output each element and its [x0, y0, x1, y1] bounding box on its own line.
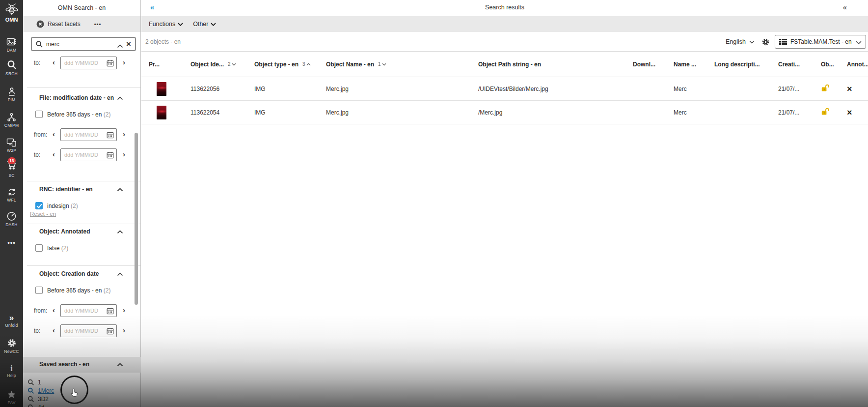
column-header-creation[interactable]: Creati...	[778, 61, 821, 68]
rail-item-label: Help	[0, 373, 23, 378]
saved-search-item-1merc[interactable]: 1Merc	[23, 387, 141, 395]
rail-help-button[interactable]: i Help	[0, 365, 23, 378]
rail-fav-button[interactable]: FAV	[0, 390, 23, 405]
table-view-select[interactable]: FSTable.MAM.Test - en	[775, 35, 866, 49]
date-next-icon[interactable]: ›	[123, 306, 125, 314]
asset-thumbnail[interactable]	[157, 106, 166, 119]
sidebar-item-w2p[interactable]: W2P	[0, 138, 23, 153]
annotation-x-icon[interactable]: ×	[847, 108, 852, 117]
facet-reset-link[interactable]: Reset - en	[30, 211, 56, 217]
rail-newcc-button[interactable]: NewCC	[0, 338, 23, 354]
date-prev-icon[interactable]: ‹	[53, 326, 55, 334]
column-header-long-description[interactable]: Long descripti...	[714, 61, 778, 68]
rail-unfold-button[interactable]: » Unfold	[0, 314, 23, 328]
saved-search-item[interactable]: 1	[23, 378, 141, 387]
date-input[interactable]	[64, 58, 105, 68]
facet-header-file-modification-date[interactable]: File: modification date - en	[23, 94, 141, 102]
calendar-icon[interactable]	[107, 131, 114, 139]
sidebar-item-srch[interactable]: SRCH	[0, 59, 23, 76]
calendar-icon[interactable]	[107, 59, 114, 67]
search-icon	[27, 404, 34, 407]
column-header-object-type[interactable]: Object type - en 3	[254, 61, 326, 68]
asset-thumbnail[interactable]	[157, 82, 166, 96]
functions-dropdown[interactable]: Functions	[149, 21, 183, 28]
chevron-up-icon[interactable]	[117, 188, 123, 192]
facet-scrollbar[interactable]	[135, 133, 138, 305]
app-window: OMN DAM SRCH PIM	[0, 0, 868, 407]
date-input[interactable]	[64, 305, 105, 316]
facet-option-row[interactable]: false (2)	[23, 244, 141, 252]
date-input[interactable]	[64, 149, 105, 160]
clear-search-icon[interactable]: ×	[126, 40, 131, 48]
column-header-object-path[interactable]: Object Path string - en	[478, 61, 633, 68]
checkbox-unchecked[interactable]	[35, 111, 43, 118]
sidebar-item-dam[interactable]: DAM	[0, 37, 23, 53]
date-prev-icon[interactable]: ‹	[53, 58, 55, 66]
calendar-icon[interactable]	[107, 327, 114, 335]
rail-logo[interactable]: OMN	[0, 3, 23, 23]
sidebar-item-dash[interactable]: DASH	[0, 211, 23, 227]
cell-object-path: /Merc.jpg	[478, 109, 633, 116]
unlocked-icon[interactable]	[821, 108, 830, 116]
facet-header-object-annotated[interactable]: Object: Annotated	[23, 228, 141, 236]
chevron-up-icon[interactable]	[117, 44, 123, 48]
saved-search-item[interactable]: 3D2	[23, 395, 141, 404]
date-next-icon[interactable]: ›	[123, 130, 125, 138]
collapse-panel-right-icon[interactable]: «	[843, 3, 847, 11]
facet-header-object-creation-date[interactable]: Object: Creation date	[23, 270, 141, 278]
date-next-icon[interactable]: ›	[123, 58, 125, 66]
settings-button[interactable]	[761, 38, 770, 46]
facet-more-menu[interactable]: •••	[94, 21, 102, 27]
date-prev-icon[interactable]: ‹	[53, 130, 55, 138]
facet-header-saved-search[interactable]: Saved search - en	[23, 357, 141, 373]
date-prev-icon[interactable]: ‹	[53, 150, 55, 158]
other-dropdown[interactable]: Other	[193, 21, 216, 28]
facet-option-row[interactable]: indesign (2)	[23, 202, 141, 210]
chevron-up-icon[interactable]	[117, 363, 123, 367]
checkbox-unchecked[interactable]	[35, 287, 43, 294]
calendar-icon[interactable]	[107, 151, 114, 159]
date-input[interactable]	[64, 129, 105, 140]
column-header-name[interactable]: Name ...	[674, 61, 714, 68]
sidebar-item-pim[interactable]: PIM	[0, 87, 23, 102]
annotation-x-icon[interactable]: ×	[847, 85, 852, 93]
sort-indicator: 3	[302, 61, 311, 67]
search-input[interactable]	[46, 41, 126, 48]
rail-item-label: W2P	[0, 148, 23, 153]
facet-separator	[27, 181, 140, 181]
table-row[interactable]: 113622056 IMG Merc.jpg /UIDEVtest/Bilder…	[141, 77, 868, 101]
checkbox-checked[interactable]	[35, 202, 43, 209]
facet-option-row[interactable]: Before 365 days - en (2)	[23, 287, 141, 294]
chevron-up-icon[interactable]	[117, 96, 123, 100]
date-next-icon[interactable]: ›	[123, 150, 125, 158]
column-header-download[interactable]: Downl...	[633, 61, 674, 68]
chevron-up-icon	[306, 63, 311, 66]
sidebar-item-cmpm[interactable]: CM/PM	[0, 113, 23, 128]
column-header-object-lock[interactable]: Ob...	[821, 61, 847, 68]
calendar-icon[interactable]	[107, 307, 114, 315]
column-header-annotation[interactable]: Annot...	[847, 61, 868, 68]
language-dropdown[interactable]: English	[726, 38, 755, 45]
date-range-row: from: ‹ ›	[23, 128, 141, 141]
unlocked-icon[interactable]	[821, 84, 830, 92]
checkbox-unchecked[interactable]	[35, 244, 43, 252]
table-row[interactable]: 113622054 IMG Merc.jpg /Merc.jpg Merc 21…	[141, 101, 868, 124]
cell-name: Merc	[674, 109, 714, 116]
date-next-icon[interactable]: ›	[123, 326, 125, 334]
column-header-object-name[interactable]: Object Name - en 1	[326, 61, 478, 68]
chevron-up-icon[interactable]	[117, 272, 123, 276]
sidebar-item-sc[interactable]: 13 SC	[0, 160, 23, 178]
column-header-preview[interactable]: Pr...	[141, 61, 190, 68]
column-header-object-identifier[interactable]: Object Ide... 2	[190, 61, 254, 68]
date-prev-icon[interactable]: ‹	[53, 306, 55, 314]
sidebar-item-wfl[interactable]: WFL	[0, 188, 23, 203]
cell-object-id: 113622054	[190, 109, 254, 116]
reset-facets-button[interactable]: Reset facets	[36, 20, 81, 28]
saved-search-item[interactable]: 4d	[23, 404, 141, 407]
date-input[interactable]	[64, 325, 105, 336]
facet-option-row[interactable]: Before 365 days - en (2)	[23, 111, 141, 118]
chevron-up-icon[interactable]	[117, 230, 123, 234]
facet-header-rnc-identifier[interactable]: RNC: identifier - en	[23, 186, 141, 194]
bee-logo-icon	[4, 3, 19, 16]
rail-more-button[interactable]: •••	[0, 239, 23, 247]
